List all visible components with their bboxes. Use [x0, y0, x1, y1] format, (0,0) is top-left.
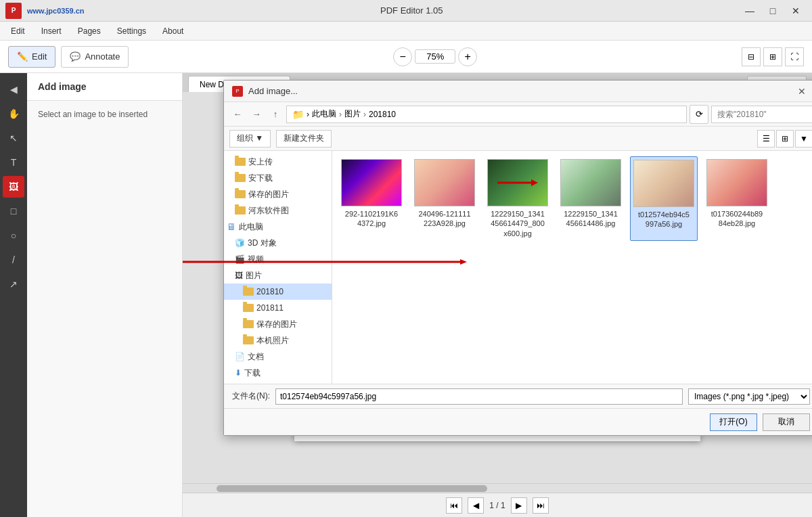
filename-bar: 文件名(N): Images (*.png *.jpg *.jpeg)	[224, 384, 812, 408]
folder-icon	[243, 288, 254, 296]
annotate-button[interactable]: 💬 Annotate	[61, 46, 129, 68]
list-view-button[interactable]: ☰	[757, 130, 775, 148]
file-name: 292-1102191K64372.jpg	[345, 209, 398, 229]
cancel-button[interactable]: 取消	[763, 413, 810, 431]
dialog-icon: P	[232, 86, 243, 97]
file-name: 12229150_1341456614486.jpg	[564, 209, 618, 229]
app-title: PDF Editor 1.05	[380, 5, 443, 16]
filetype-select[interactable]: Images (*.png *.jpg *.jpeg)	[688, 388, 810, 405]
file-thumbnail	[633, 160, 694, 207]
dialog-title: Add image...	[248, 86, 788, 96]
close-button[interactable]: ✕	[785, 3, 807, 19]
tree-item-anxiazai[interactable]: 安下载	[224, 170, 332, 186]
tree-item-docs[interactable]: 📄 文档	[224, 349, 332, 365]
titlebar-left: P www.jpc0359.cn	[5, 3, 85, 19]
view-icons: ⊟ ⊞ ⛶	[742, 47, 804, 66]
dialog-close-button[interactable]: ✕	[794, 83, 810, 99]
zoom-in-button[interactable]: +	[458, 47, 477, 66]
open-button[interactable]: 打开(O)	[710, 413, 757, 431]
file-toolbar: 组织 ▼ 新建文件夹 ☰ ⊞ ▼	[224, 127, 812, 151]
last-page-button[interactable]: ⏭	[533, 497, 549, 514]
scrollbar-thumb[interactable]	[217, 485, 487, 492]
text-tool[interactable]: T	[3, 152, 24, 173]
file-item[interactable]: 240496-121111223A928.jpg	[411, 156, 478, 241]
new-folder-button[interactable]: 新建文件夹	[276, 130, 332, 148]
next-page-button[interactable]: ▶	[511, 497, 527, 514]
view-single-page[interactable]: ⊟	[742, 47, 761, 66]
tree-item-saved-photos2[interactable]: 保存的图片	[224, 316, 332, 332]
file-thumbnail	[487, 159, 548, 206]
window-controls: — □ ✕	[739, 3, 807, 19]
file-item[interactable]: 12229150_1341456614479_800x600.jpg	[484, 156, 551, 241]
arrow-svg	[497, 176, 538, 189]
zoom-controls: − 75% +	[393, 47, 477, 66]
view-fullscreen[interactable]: ⛶	[785, 47, 804, 66]
rect-tool[interactable]: □	[3, 200, 24, 222]
horizontal-scrollbar[interactable]	[183, 483, 812, 493]
menu-settings[interactable]: Settings	[109, 24, 154, 39]
tree-item-hedong[interactable]: 河东软件图	[224, 202, 332, 219]
grid-view-button[interactable]: ⊞	[776, 130, 794, 148]
files-grid: 292-1102191K64372.jpg 240496-121111223A9…	[332, 151, 812, 384]
address-bar: ← → ↑ 📁 › 此电脑 › 图片 › 201810 ⟳	[224, 102, 812, 127]
file-thumbnail	[414, 159, 475, 206]
menubar: Edit Insert Pages Settings About	[0, 22, 812, 41]
menu-edit[interactable]: Edit	[3, 24, 33, 39]
menu-insert[interactable]: Insert	[33, 24, 70, 39]
up-button[interactable]: ↑	[267, 106, 284, 122]
arrow-draw-tool[interactable]: ↗	[3, 273, 24, 295]
svg-marker-1	[460, 259, 467, 265]
view-two-page[interactable]: ⊞	[763, 47, 782, 66]
organize-button[interactable]: 组织 ▼	[229, 130, 271, 148]
back-button[interactable]: ←	[229, 106, 246, 122]
file-item-selected[interactable]: t012574eb94c5997a56.jpg	[630, 156, 698, 241]
minimize-button[interactable]: —	[739, 3, 761, 19]
oval-tool[interactable]: ○	[3, 225, 24, 246]
arrow-tool[interactable]: ↖	[3, 127, 24, 149]
tree-item-anshangchuan[interactable]: 安上传	[224, 154, 332, 170]
panel-description: Select an image to be inserted	[27, 101, 182, 129]
prev-page-button[interactable]: ◀	[468, 497, 484, 514]
menu-pages[interactable]: Pages	[70, 24, 109, 39]
svg-marker-3	[531, 179, 538, 186]
file-name: 12229150_1341456614479_800x600.jpg	[491, 209, 545, 238]
file-item[interactable]: t017360244b8984eb28.jpg	[703, 156, 771, 241]
tree-item-3d[interactable]: 🧊 3D 对象	[224, 235, 332, 251]
zoom-out-button[interactable]: −	[393, 47, 412, 66]
tree-item-downloads[interactable]: ⬇ 下载	[224, 365, 332, 381]
image-tool[interactable]: 🖼	[3, 176, 24, 198]
file-item[interactable]: 292-1102191K64372.jpg	[338, 156, 405, 241]
refresh-button[interactable]: ⟳	[690, 105, 708, 124]
folder-icon	[235, 206, 246, 215]
forward-button[interactable]: →	[248, 106, 265, 122]
nav-left-tool[interactable]: ◀	[3, 78, 24, 100]
filename-input[interactable]	[275, 388, 683, 405]
line-tool[interactable]: /	[3, 249, 24, 271]
file-name: t017360244b8984eb28.jpg	[711, 209, 763, 229]
maximize-button[interactable]: □	[762, 3, 784, 19]
dialog-titlebar: P Add image... ✕	[224, 81, 812, 102]
tree-item-saved-photos[interactable]: 保存的图片	[224, 186, 332, 202]
file-thumbnail	[341, 159, 402, 206]
search-input[interactable]	[711, 106, 812, 123]
edit-icon: ✏️	[17, 51, 28, 62]
tree-item-local-photos[interactable]: 本机照片	[224, 332, 332, 349]
panel-header: Add image	[27, 73, 182, 101]
edit-button[interactable]: ✏️ Edit	[8, 46, 55, 68]
zoom-level: 75%	[415, 49, 455, 64]
tree-item-this-pc[interactable]: 🖥 此电脑	[224, 219, 332, 235]
downloads-icon: ⬇	[235, 368, 242, 378]
tree-item-201811[interactable]: 201811	[224, 300, 332, 316]
tree-item-pictures[interactable]: 🖼 图片	[224, 267, 332, 284]
folder-icon	[235, 158, 246, 166]
hand-tool[interactable]: ✋	[3, 103, 24, 125]
view-options-button[interactable]: ▼	[795, 130, 812, 148]
folder-icon	[235, 190, 246, 198]
menu-about[interactable]: About	[154, 24, 191, 39]
path-part-root[interactable]: ›	[307, 110, 309, 119]
file-item[interactable]: 12229150_1341456614486.jpg	[557, 156, 625, 241]
page-indicator: 1 / 1	[489, 501, 505, 510]
first-page-button[interactable]: ⏮	[446, 497, 462, 514]
file-name: 240496-121111223A928.jpg	[418, 209, 470, 229]
tree-item-201810[interactable]: 201810	[224, 284, 332, 300]
